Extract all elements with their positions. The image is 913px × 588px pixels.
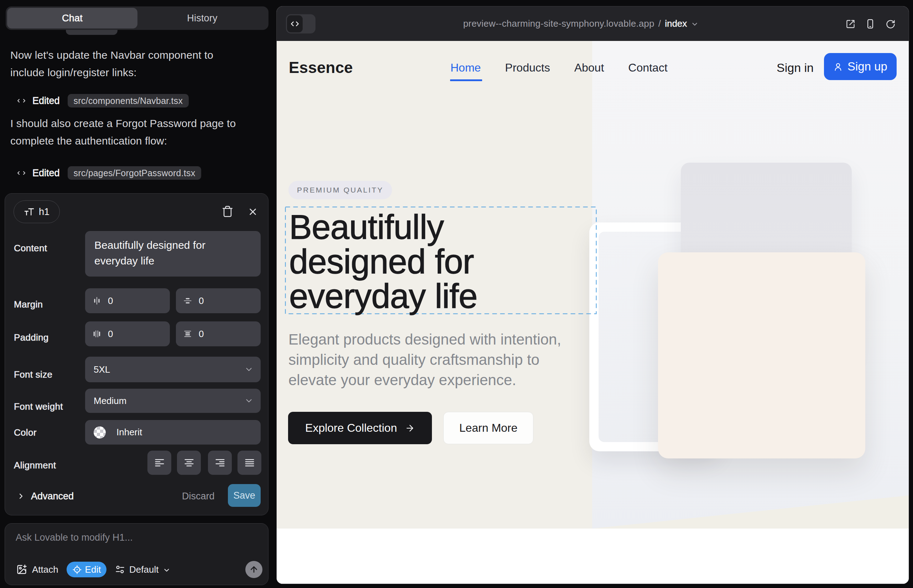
assistant-message: Now let's update the Navbar component to…	[10, 46, 240, 81]
tab-history[interactable]: History	[138, 8, 267, 29]
align-right-button[interactable]	[208, 451, 232, 475]
file-chip[interactable]: src/pages/ForgotPassword.tsx	[68, 166, 202, 180]
chat-composer: Ask Lovable to modify H1... Attach Edit …	[5, 523, 269, 585]
chevron-down-icon	[163, 566, 170, 574]
content-label: Content	[14, 243, 47, 254]
decorative-card-cream	[658, 252, 865, 459]
margin-y-value: 0	[199, 296, 204, 307]
code-icon	[16, 169, 27, 177]
arrow-up-icon	[249, 565, 259, 574]
margin-horizontal-icon	[92, 296, 102, 305]
next-section-background	[277, 528, 909, 584]
edited-file-row: Edited src/pages/ForgotPassword.tsx	[16, 166, 201, 180]
edit-mode-button[interactable]: Edit	[66, 562, 107, 577]
element-editor-panel: h1 Content Beautifully designed for ever…	[5, 193, 269, 515]
lovable-chat-panel: Chat History Now let's update the Navbar…	[0, 0, 274, 588]
url-page: index	[665, 18, 687, 29]
edit-label: Edit	[85, 564, 101, 575]
attach-label: Attach	[32, 564, 58, 575]
refresh-button[interactable]	[885, 19, 895, 29]
assistant-message: I should also create a Forgot Password p…	[10, 115, 240, 150]
site-viewport: Essence Home Products About Contact Sign…	[277, 41, 909, 584]
margin-y-input[interactable]: 0	[176, 288, 261, 313]
image-plus-icon	[16, 564, 27, 575]
truncated-message-chip	[66, 30, 118, 35]
hero-subtitle: Elegant products designed with intention…	[288, 329, 584, 390]
margin-vertical-icon	[183, 296, 192, 305]
padding-y-value: 0	[199, 328, 204, 339]
font-weight-value: Medium	[94, 396, 126, 407]
signup-label: Sign up	[847, 60, 887, 73]
margin-x-value: 0	[108, 296, 113, 307]
explore-collection-button[interactable]: Explore Collection	[288, 412, 432, 444]
align-left-button[interactable]	[147, 451, 171, 475]
content-input[interactable]: Beautifully designed for everyday life	[85, 231, 261, 276]
padding-y-input[interactable]: 0	[176, 321, 261, 346]
tab-chat[interactable]: Chat	[7, 8, 138, 29]
font-size-value: 5XL	[94, 364, 110, 375]
arrow-right-icon	[405, 423, 415, 433]
discard-button[interactable]: Discard	[182, 488, 215, 504]
transparent-color-swatch	[94, 426, 106, 438]
advanced-label: Advanced	[31, 491, 74, 502]
mode-select[interactable]: Default	[115, 561, 170, 578]
signup-button[interactable]: Sign up	[824, 53, 897, 80]
file-chip[interactable]: src/components/Navbar.tsx	[68, 94, 189, 108]
padding-vertical-icon	[183, 329, 192, 339]
mobile-view-button[interactable]	[865, 18, 876, 29]
alignment-label: Alignment	[14, 460, 56, 471]
padding-x-input[interactable]: 0	[85, 321, 170, 346]
nav-links: Home Products About Contact	[450, 61, 668, 74]
align-center-button[interactable]	[177, 451, 201, 475]
nav-link-contact[interactable]: Contact	[628, 61, 667, 74]
font-weight-select[interactable]: Medium	[85, 389, 261, 413]
chevron-down-icon	[691, 20, 699, 28]
url-separator: /	[659, 18, 661, 29]
color-label: Color	[14, 427, 37, 438]
color-select[interactable]: Inherit	[85, 420, 261, 444]
advanced-toggle[interactable]: Advanced	[17, 488, 74, 504]
align-justify-button[interactable]	[238, 451, 261, 475]
close-icon[interactable]	[248, 207, 258, 217]
padding-label: Padding	[14, 332, 49, 343]
hero-section: Essence Home Products About Contact Sign…	[277, 41, 909, 528]
preview-browser-bar: preview--charming-site-symphony.lovable.…	[277, 6, 909, 41]
padding-x-value: 0	[108, 328, 113, 339]
premium-quality-badge: PREMIUM QUALITY	[288, 181, 392, 199]
signin-link[interactable]: Sign in	[777, 61, 814, 75]
composer-input[interactable]: Ask Lovable to modify H1...	[16, 532, 133, 543]
url-domain: preview--charming-site-symphony.lovable.…	[463, 18, 654, 29]
font-weight-label: Font weight	[14, 401, 63, 412]
type-icon	[24, 207, 34, 217]
attach-button[interactable]: Attach	[16, 561, 58, 578]
delete-element-button[interactable]	[222, 205, 233, 218]
edited-file-row: Edited src/components/Navbar.tsx	[16, 94, 189, 108]
mode-label: Default	[129, 564, 159, 575]
open-external-button[interactable]	[846, 19, 855, 29]
save-button[interactable]: Save	[228, 484, 261, 507]
nav-link-home[interactable]: Home	[450, 61, 481, 74]
chevron-right-icon	[17, 492, 25, 501]
hero-headline-selected[interactable]: Beautifully designed for everyday life	[286, 207, 596, 313]
nav-link-products[interactable]: Products	[505, 61, 550, 74]
site-navbar: Essence Home Products About Contact Sign…	[277, 41, 909, 94]
nav-link-about[interactable]: About	[575, 61, 604, 74]
padding-horizontal-icon	[92, 329, 102, 339]
nav-active-underline	[450, 79, 482, 81]
element-tag-pill[interactable]: h1	[13, 200, 60, 223]
font-size-label: Font size	[14, 369, 52, 380]
font-size-select[interactable]: 5XL	[85, 357, 261, 382]
learn-more-button[interactable]: Learn More	[444, 412, 533, 444]
chevron-down-icon	[244, 365, 254, 374]
sliders-icon	[115, 564, 125, 575]
edited-label: Edited	[32, 168, 60, 179]
user-icon	[833, 62, 843, 71]
color-value: Inherit	[117, 427, 142, 438]
send-button[interactable]	[245, 561, 262, 578]
margin-label: Margin	[14, 299, 43, 310]
preview-url[interactable]: preview--charming-site-symphony.lovable.…	[277, 6, 897, 41]
margin-x-input[interactable]: 0	[85, 288, 170, 313]
explore-collection-label: Explore Collection	[305, 422, 397, 435]
edited-label: Edited	[32, 95, 60, 107]
site-logo[interactable]: Essence	[289, 59, 353, 76]
